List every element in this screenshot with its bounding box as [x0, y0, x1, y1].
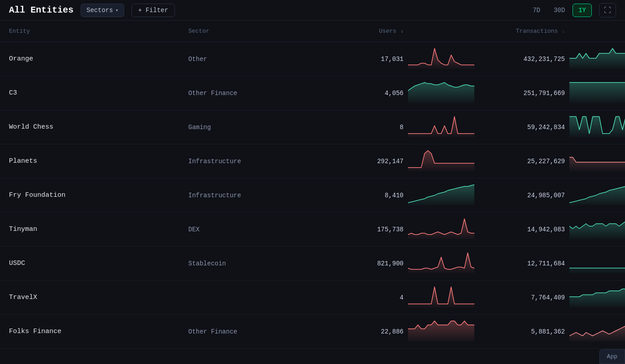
users-value: 821,900 [314, 260, 404, 267]
table-row[interactable]: USDC Stablecoin 821,900 12,711,684 [0, 247, 625, 281]
entity-name: Orange [9, 55, 188, 63]
users-sparkline [404, 286, 475, 309]
sector-name: Infrastructure [188, 192, 314, 199]
transactions-value: 251,791,669 [475, 90, 565, 97]
time-30d-button[interactable]: 30D [548, 4, 571, 17]
users-sparkline [404, 252, 475, 275]
users-sparkline [404, 320, 475, 343]
transactions-value: 432,231,725 [475, 56, 565, 63]
transactions-value: 12,711,684 [475, 260, 565, 267]
col-header-txn-chart [565, 28, 625, 35]
users-value: 175,738 [314, 226, 404, 233]
transactions-sparkline [565, 150, 625, 173]
sectors-button[interactable]: Sectors ▾ [81, 4, 124, 17]
users-value: 8,410 [314, 192, 404, 199]
users-sparkline [404, 150, 475, 173]
sector-name: Other Finance [188, 90, 314, 97]
transactions-sparkline [565, 320, 625, 343]
filter-button[interactable]: + Filter [131, 4, 175, 17]
users-value: 4,056 [314, 90, 404, 97]
users-sparkline [404, 48, 475, 71]
sector-name: Other Finance [188, 328, 314, 335]
entity-name: Planets [9, 157, 188, 165]
transactions-value: 25,227,629 [475, 158, 565, 165]
expand-button[interactable]: ⛶ [599, 3, 616, 17]
sector-name: Gaming [188, 124, 314, 131]
sector-name: DEX [188, 226, 314, 233]
time-range-selector: 7D 30D 1Y [527, 4, 592, 17]
filter-label: + Filter [138, 7, 168, 14]
table-row[interactable]: Tinyman DEX 175,738 14,942,083 [0, 212, 625, 247]
transactions-sparkline [565, 82, 625, 105]
transactions-sparkline [565, 116, 625, 139]
table-row[interactable]: Planets Infrastructure 292,147 25,227,62… [0, 144, 625, 178]
col-header-transactions: Transactions ↓ [475, 28, 565, 35]
chevron-down-icon: ▾ [116, 8, 118, 13]
users-sparkline [404, 82, 475, 105]
table-header: Entity Sector Users ⇕ Transactions ↓ [0, 21, 625, 42]
col-header-users-chart [404, 28, 475, 35]
table-row[interactable]: Folks Finance Other Finance 22,886 5,881… [0, 315, 625, 349]
users-value: 22,886 [314, 328, 404, 335]
expand-icon: ⛶ [604, 6, 611, 14]
transactions-sparkline [565, 48, 625, 71]
users-sparkline [404, 218, 475, 241]
sectors-label: Sectors [87, 7, 113, 14]
entity-name: Folks Finance [9, 328, 188, 335]
transactions-value: 7,764,409 [475, 294, 565, 301]
transactions-sparkline [565, 252, 625, 275]
sector-name: Stablecoin [188, 260, 314, 267]
table-row[interactable]: TravelX 4 7,764,409 [0, 281, 625, 315]
table-row[interactable]: World Chess Gaming 8 59,242,834 [0, 110, 625, 144]
sector-name: Infrastructure [188, 158, 314, 165]
table-row[interactable]: Orange Other 17,031 432,231,725 [0, 42, 625, 76]
entity-name: Tinyman [9, 225, 188, 233]
entity-name: USDC [9, 260, 188, 267]
transactions-sparkline [565, 286, 625, 309]
col-header-entity: Entity [9, 28, 188, 35]
users-value: 4 [314, 294, 404, 301]
table-body: Orange Other 17,031 432,231,725 C3 [0, 42, 625, 349]
transactions-value: 14,942,083 [475, 226, 565, 233]
entity-name: World Chess [9, 123, 188, 131]
transactions-value: 5,881,362 [475, 328, 565, 335]
app-badge: App [599, 349, 625, 364]
transactions-sparkline [565, 218, 625, 241]
table-row[interactable]: C3 Other Finance 4,056 251,791,669 [0, 76, 625, 110]
entity-name: Fry Foundation [9, 191, 188, 199]
sector-name: Other [188, 56, 314, 63]
transactions-sparkline [565, 184, 625, 207]
page-title: All Entities [9, 5, 74, 15]
time-1y-button[interactable]: 1Y [573, 4, 592, 17]
col-header-sector: Sector [188, 28, 314, 35]
col-header-users: Users ⇕ [314, 28, 404, 35]
time-7d-button[interactable]: 7D [527, 4, 546, 17]
users-value: 292,147 [314, 158, 404, 165]
transactions-value: 59,242,834 [475, 124, 565, 131]
header: All Entities Sectors ▾ + Filter 7D 30D 1… [0, 0, 625, 21]
users-sparkline [404, 116, 475, 139]
users-value: 17,031 [314, 56, 404, 63]
transactions-value: 24,985,007 [475, 192, 565, 199]
table-row[interactable]: Fry Foundation Infrastructure 8,410 24,9… [0, 178, 625, 212]
entity-name: TravelX [9, 294, 188, 301]
users-value: 8 [314, 124, 404, 131]
entity-name: C3 [9, 89, 188, 97]
users-sparkline [404, 184, 475, 207]
